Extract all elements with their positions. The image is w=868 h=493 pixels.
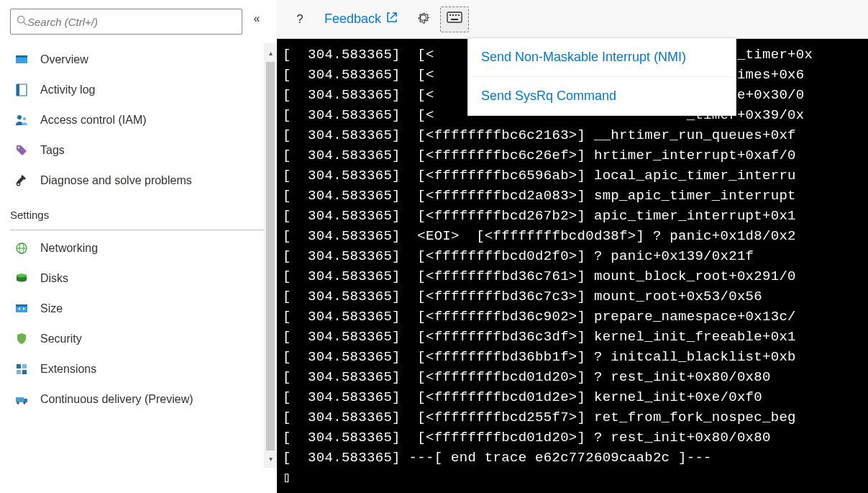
svg-point-7	[23, 117, 26, 120]
svg-point-24	[23, 402, 26, 404]
sidebar-item-label: Security	[40, 333, 82, 345]
svg-rect-16	[16, 304, 27, 307]
sidebar-item-label: Overview	[40, 53, 88, 66]
networking-icon	[14, 241, 29, 255]
sidebar-item-security[interactable]: Security	[0, 324, 275, 354]
shield-icon	[14, 332, 29, 346]
svg-rect-20	[22, 370, 27, 374]
svg-rect-28	[455, 14, 457, 16]
sidebar-item-activity-log[interactable]: Activity log	[0, 75, 275, 105]
svg-rect-21	[16, 397, 24, 402]
sidebar-item-continuous-delivery[interactable]: Continuous delivery (Preview)	[0, 384, 275, 415]
sidebar-item-label: Disks	[40, 272, 68, 285]
sidebar-item-label: Networking	[40, 242, 98, 255]
svg-rect-27	[452, 14, 454, 16]
sidebar-item-label: Size	[40, 302, 63, 315]
search-input[interactable]	[27, 16, 236, 28]
svg-point-23	[17, 402, 19, 404]
sidebar-item-diagnose[interactable]: Diagnose and solve problems	[0, 166, 275, 196]
sidebar-item-label: Extensions	[40, 363, 96, 376]
main-area: ? Feedback Send Non-Maskable Interrupt (…	[277, 0, 868, 493]
settings-section-header: Settings	[0, 196, 275, 227]
keyboard-icon	[447, 12, 462, 27]
search-icon	[17, 15, 27, 28]
command-dropdown: Send Non-Maskable Interrupt (NMI) Send S…	[467, 37, 736, 116]
question-icon: ?	[296, 12, 303, 27]
svg-rect-17	[17, 364, 21, 368]
svg-rect-25	[447, 12, 462, 22]
svg-rect-30	[451, 19, 458, 20]
collapse-sidebar-button[interactable]: «	[247, 9, 267, 29]
sidebar-menu: Overview Activity log Access control (IA…	[0, 45, 277, 493]
sidebar-scrollbar[interactable]: ▴ ▾	[264, 43, 277, 468]
sidebar-item-label: Continuous delivery (Preview)	[40, 393, 193, 406]
svg-rect-18	[22, 364, 27, 368]
dropdown-item-nmi[interactable]: Send Non-Maskable Interrupt (NMI)	[468, 38, 736, 76]
search-box[interactable]	[10, 9, 242, 35]
svg-point-0	[17, 16, 24, 22]
chevron-double-left-icon: «	[254, 12, 260, 25]
svg-point-9	[17, 182, 19, 185]
gear-icon	[416, 11, 430, 28]
continuous-delivery-icon	[14, 392, 29, 407]
sidebar-item-networking[interactable]: Networking	[0, 233, 275, 263]
section-separator	[10, 230, 265, 230]
sidebar-item-access-control[interactable]: Access control (IAM)	[0, 105, 275, 135]
sidebar-item-tags[interactable]: Tags	[0, 135, 275, 166]
sidebar-item-overview[interactable]: Overview	[0, 45, 275, 75]
external-link-icon	[385, 11, 398, 27]
sidebar: « Overview Activity log Access control (…	[0, 0, 277, 493]
svg-point-14	[17, 274, 27, 278]
dropdown-item-sysrq[interactable]: Send SysRq Command	[468, 76, 736, 115]
sidebar-item-label: Activity log	[40, 83, 95, 96]
activity-log-icon	[14, 83, 29, 97]
svg-point-8	[18, 147, 20, 149]
sidebar-item-label: Diagnose and solve problems	[40, 174, 192, 187]
svg-rect-5	[17, 84, 19, 96]
overview-icon	[14, 53, 29, 67]
scroll-down-icon: ▾	[264, 452, 277, 465]
scrollbar-thumb[interactable]	[266, 62, 275, 451]
diagnose-icon	[14, 173, 29, 188]
help-button[interactable]: ?	[287, 6, 313, 32]
tag-icon	[14, 143, 29, 158]
svg-rect-3	[16, 55, 27, 58]
svg-rect-26	[449, 14, 451, 16]
sidebar-item-size[interactable]: Size	[0, 294, 275, 324]
keyboard-button[interactable]	[440, 6, 469, 32]
access-control-icon	[14, 113, 29, 127]
svg-point-6	[17, 115, 22, 119]
extensions-icon	[14, 362, 29, 376]
sidebar-item-extensions[interactable]: Extensions	[0, 354, 275, 384]
feedback-label: Feedback	[324, 12, 381, 27]
disks-icon	[14, 271, 29, 286]
settings-button[interactable]	[410, 6, 436, 32]
svg-rect-19	[17, 370, 21, 374]
svg-line-1	[24, 22, 27, 25]
sidebar-item-label: Access control (IAM)	[40, 114, 147, 127]
svg-rect-29	[458, 14, 460, 16]
scroll-up-icon: ▴	[264, 46, 277, 59]
size-icon	[14, 302, 29, 316]
toolbar: ? Feedback Send Non-Maskable Interrupt (…	[277, 0, 868, 39]
feedback-link[interactable]: Feedback	[317, 6, 406, 32]
sidebar-item-label: Tags	[40, 144, 65, 157]
sidebar-item-disks[interactable]: Disks	[0, 263, 275, 294]
